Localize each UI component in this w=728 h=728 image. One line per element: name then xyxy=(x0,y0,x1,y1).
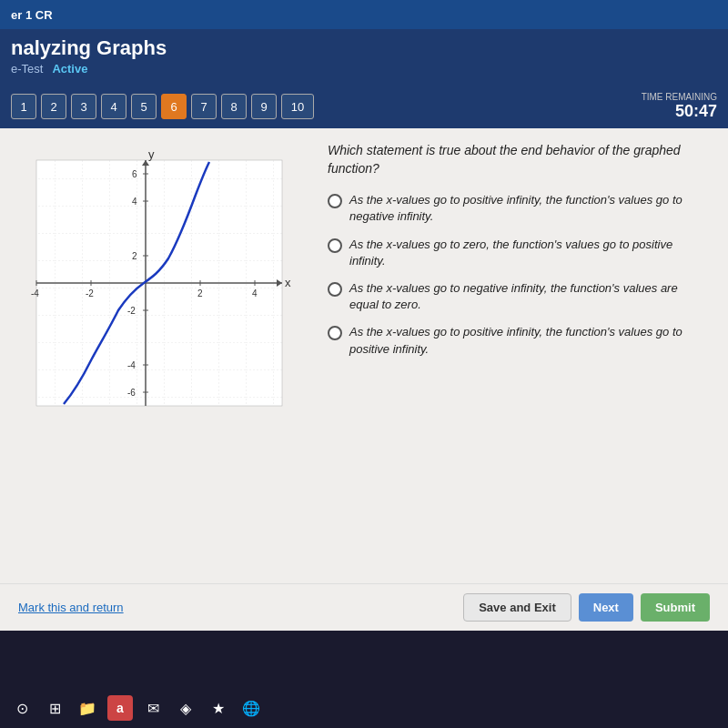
answer-option-b[interactable]: As the x-values go to zero, the function… xyxy=(328,237,710,269)
taskbar-browser-icon[interactable]: 🌐 xyxy=(238,695,264,721)
question-btn-2[interactable]: 2 xyxy=(41,94,66,119)
top-bar-title: er 1 CR xyxy=(11,8,53,22)
svg-text:2: 2 xyxy=(132,251,137,261)
question-btn-7[interactable]: 7 xyxy=(191,94,217,119)
svg-text:-6: -6 xyxy=(127,388,136,398)
taskbar-search-icon[interactable]: ⊙ xyxy=(9,695,35,721)
question-btn-4[interactable]: 4 xyxy=(101,94,126,119)
taskbar-star-icon[interactable]: ★ xyxy=(206,695,231,721)
option-text-d: As the x-values go to positive infinity,… xyxy=(349,324,710,357)
question-btn-3[interactable]: 3 xyxy=(71,94,96,119)
question-btn-5[interactable]: 5 xyxy=(131,94,157,119)
subtitle-row: e-Test Active xyxy=(11,62,717,76)
answer-option-c[interactable]: As the x-values go to negative infinity,… xyxy=(328,280,710,313)
svg-text:-2: -2 xyxy=(127,306,136,316)
bottom-bar: Mark this and return Save and Exit Next … xyxy=(0,583,728,631)
question-btn-1[interactable]: 1 xyxy=(11,94,36,119)
taskbar-grid-icon[interactable]: ⊞ xyxy=(42,695,67,721)
header: nalyzing Graphs e-Test Active xyxy=(0,29,728,85)
question-nav: 1 2 3 4 5 6 7 8 9 10 TIME REMAINING 50:4… xyxy=(0,85,728,128)
radio-b[interactable] xyxy=(328,238,342,253)
submit-button[interactable]: Submit xyxy=(641,593,710,622)
next-button[interactable]: Next xyxy=(579,593,633,622)
svg-text:x: x xyxy=(285,276,291,289)
svg-text:y: y xyxy=(148,147,155,161)
subtitle-label: e-Test xyxy=(11,62,43,76)
taskbar-mail-icon[interactable]: ✉ xyxy=(140,695,166,721)
button-group: Save and Exit Next Submit xyxy=(463,593,710,622)
option-text-c: As the x-values go to negative infinity,… xyxy=(349,280,710,313)
taskbar-folder-icon[interactable]: 📁 xyxy=(75,695,100,721)
svg-text:6: 6 xyxy=(132,169,137,179)
question-btn-9[interactable]: 9 xyxy=(251,94,277,119)
option-text-b: As the x-values go to zero, the function… xyxy=(349,237,710,269)
time-value: 50:47 xyxy=(642,102,717,121)
svg-text:2: 2 xyxy=(197,288,203,298)
question-text: Which statement is true about the end be… xyxy=(328,142,710,177)
mark-return-link[interactable]: Mark this and return xyxy=(18,601,124,614)
active-badge: Active xyxy=(52,62,87,76)
svg-text:-2: -2 xyxy=(86,288,94,298)
page-title: nalyzing Graphs xyxy=(11,36,717,60)
taskbar-dropbox-icon[interactable]: ◈ xyxy=(173,695,198,721)
question-btn-8[interactable]: 8 xyxy=(221,94,247,119)
question-btn-10[interactable]: 10 xyxy=(281,94,314,119)
save-exit-button[interactable]: Save and Exit xyxy=(463,593,571,622)
graph-svg: x y -4 -2 2 4 6 4 2 xyxy=(18,142,291,433)
svg-text:4: 4 xyxy=(132,197,137,207)
top-bar: er 1 CR xyxy=(0,0,728,29)
question-btn-6[interactable]: 6 xyxy=(161,94,187,119)
option-text-a: As the x-values go to positive infinity,… xyxy=(349,192,710,225)
svg-text:4: 4 xyxy=(252,288,258,298)
time-remaining: TIME REMAINING 50:47 xyxy=(642,92,717,121)
svg-text:-4: -4 xyxy=(31,288,39,298)
radio-a[interactable] xyxy=(328,194,342,208)
question-area: Which statement is true about the end be… xyxy=(328,142,710,570)
taskbar-letter-icon[interactable]: a xyxy=(107,695,133,721)
radio-c[interactable] xyxy=(328,282,342,297)
answer-option-a[interactable]: As the x-values go to positive infinity,… xyxy=(328,192,710,225)
time-label: TIME REMAINING xyxy=(642,92,717,102)
svg-text:-4: -4 xyxy=(127,360,136,370)
main-content: x y -4 -2 2 4 6 4 2 xyxy=(0,128,728,583)
taskbar: ⊙ ⊞ 📁 a ✉ ◈ ★ 🌐 xyxy=(0,688,728,728)
radio-d[interactable] xyxy=(328,326,342,340)
graph-area: x y -4 -2 2 4 6 4 2 xyxy=(18,142,309,570)
answer-option-d[interactable]: As the x-values go to positive infinity,… xyxy=(328,324,710,357)
